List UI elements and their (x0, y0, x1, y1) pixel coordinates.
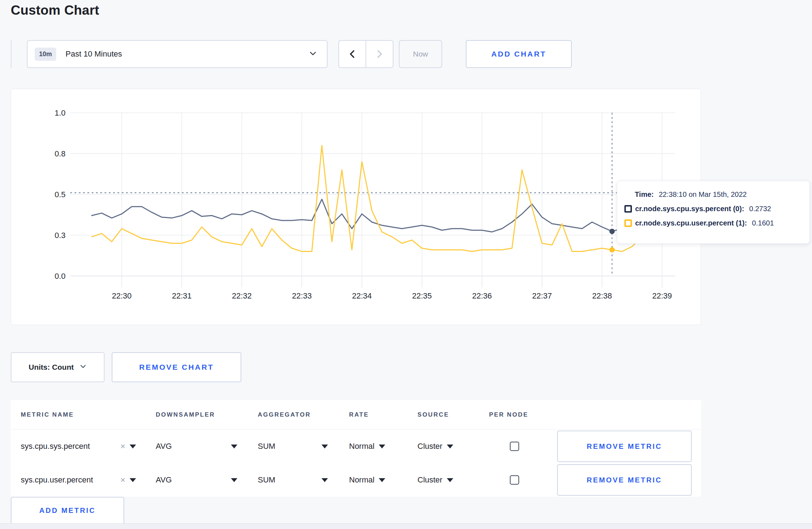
x-axis-tick-label: 22:38 (592, 291, 612, 300)
col-header-downsampler: DOWNSAMPLER (156, 411, 258, 418)
step-back-button[interactable] (339, 41, 366, 67)
tooltip-series-label: cr.node.sys.cpu.user.percent (1): (635, 219, 747, 227)
time-controls: 10m Past 10 Minutes Now ADD CHART (11, 40, 572, 68)
remove-metric-button[interactable]: REMOVE METRIC (557, 431, 692, 462)
x-axis-tick-label: 22:34 (352, 291, 372, 300)
table-row: sys.cpu.user.percent × AVG SUM Normal Cl… (11, 463, 701, 497)
col-header-aggregator: AGGREGATOR (258, 411, 349, 418)
rate-value: Normal (349, 442, 374, 451)
time-window-label: Past 10 Minutes (66, 49, 308, 59)
tooltip-series-value: 0.2732 (749, 205, 771, 213)
dropdown-caret-icon (447, 445, 453, 448)
units-label: Units: Count (29, 363, 74, 372)
rate-value: Normal (349, 475, 374, 485)
metric-name-value: sys.cpu.user.percent (21, 475, 93, 485)
tooltip-series-label: cr.node.sys.cpu.sys.percent (0): (635, 205, 744, 213)
controls-left-divider (11, 40, 11, 68)
y-axis-tick-label: 0.3 (54, 231, 66, 240)
tooltip-time-value: 22:38:10 on Mar 15th, 2022 (659, 190, 747, 199)
time-step-group (338, 40, 393, 68)
rate-select[interactable]: Normal (349, 442, 417, 451)
remove-metric-button[interactable]: REMOVE METRIC (557, 464, 692, 496)
series-line-0 (92, 199, 672, 232)
per-node-checkbox[interactable] (510, 442, 519, 451)
metric-name-select[interactable]: sys.cpu.user.percent × (21, 475, 136, 485)
dropdown-caret-icon (231, 478, 237, 482)
metrics-table: METRIC NAME DOWNSAMPLER AGGREGATOR RATE … (11, 400, 701, 497)
chart-footer-controls: Units: Count REMOVE CHART (11, 352, 241, 382)
chart-card: 1.00.80.50.30.022:3022:3122:3222:3322:34… (11, 89, 701, 325)
time-window-badge: 10m (35, 48, 56, 61)
aggregator-select[interactable]: SUM (258, 442, 328, 451)
y-axis-tick-label: 1.0 (54, 108, 66, 117)
metrics-table-header: METRIC NAME DOWNSAMPLER AGGREGATOR RATE … (11, 400, 701, 429)
source-value: Cluster (417, 475, 443, 485)
chevron-left-icon (347, 49, 357, 59)
y-axis-tick-label: 0.0 (54, 272, 66, 281)
x-axis-tick-label: 22:36 (472, 291, 492, 300)
x-axis-tick-label: 22:30 (112, 291, 131, 300)
bottom-strip (0, 523, 812, 529)
x-axis-tick-label: 22:33 (292, 291, 312, 300)
source-value: Cluster (417, 442, 443, 451)
aggregator-value: SUM (258, 442, 275, 451)
dropdown-caret-icon (130, 445, 136, 448)
hover-point-1 (609, 247, 615, 252)
downsampler-select[interactable]: AVG (156, 475, 237, 485)
y-axis-tick-label: 0.5 (54, 190, 66, 199)
downsampler-value: AVG (156, 475, 172, 485)
rate-select[interactable]: Normal (349, 475, 417, 485)
source-select[interactable]: Cluster (417, 475, 489, 485)
dropdown-caret-icon (379, 445, 385, 448)
dropdown-caret-icon (130, 478, 136, 482)
units-dropdown[interactable]: Units: Count (11, 352, 105, 382)
time-window-dropdown[interactable]: 10m Past 10 Minutes (27, 40, 328, 68)
now-button[interactable]: Now (399, 40, 442, 68)
aggregator-select[interactable]: SUM (258, 475, 328, 485)
chevron-down-icon (79, 363, 87, 372)
col-header-source: SOURCE (417, 411, 489, 418)
clear-metric-icon[interactable]: × (120, 441, 125, 451)
clear-metric-icon[interactable]: × (120, 475, 125, 485)
x-axis-tick-label: 22:35 (412, 291, 432, 300)
dropdown-caret-icon (322, 478, 328, 482)
x-axis-tick-label: 22:32 (232, 291, 252, 300)
x-axis-tick-label: 22:39 (652, 291, 672, 300)
series-swatch-user (624, 219, 632, 227)
dropdown-caret-icon (379, 478, 385, 482)
series-line-1 (92, 145, 672, 251)
col-header-metric-name: METRIC NAME (21, 411, 156, 418)
x-axis-tick-label: 22:31 (172, 291, 192, 300)
timeseries-chart[interactable]: 1.00.80.50.30.022:3022:3122:3222:3322:34… (11, 89, 701, 325)
hover-point-0 (609, 229, 615, 234)
y-axis-tick-label: 0.8 (54, 149, 66, 158)
page-title: Custom Chart (11, 3, 99, 18)
tooltip-time-label: Time: (635, 190, 654, 199)
tooltip-series-row: cr.node.sys.cpu.sys.percent (0): 0.2732 (624, 205, 802, 213)
step-forward-button[interactable] (366, 41, 393, 67)
add-chart-button[interactable]: ADD CHART (466, 40, 572, 68)
tooltip-series-value: 0.1601 (752, 219, 774, 227)
x-axis-tick-label: 22:37 (532, 291, 552, 300)
chevron-right-icon (374, 49, 385, 59)
series-swatch-sys (624, 205, 632, 213)
source-select[interactable]: Cluster (417, 442, 489, 451)
downsampler-value: AVG (156, 442, 172, 451)
chart-hover-tooltip: Time: 22:38:10 on Mar 15th, 2022 cr.node… (617, 181, 810, 244)
col-header-per-node: PER NODE (489, 411, 558, 418)
add-metric-button[interactable]: ADD METRIC (11, 497, 124, 524)
downsampler-select[interactable]: AVG (156, 442, 237, 451)
dropdown-caret-icon (447, 478, 453, 482)
chevron-down-icon (308, 49, 318, 59)
per-node-checkbox[interactable] (510, 475, 519, 485)
metric-name-value: sys.cpu.sys.percent (21, 442, 90, 451)
tooltip-series-row: cr.node.sys.cpu.user.percent (1): 0.1601 (624, 219, 802, 227)
remove-chart-button[interactable]: REMOVE CHART (112, 352, 241, 382)
aggregator-value: SUM (258, 475, 275, 485)
dropdown-caret-icon (231, 445, 237, 448)
tooltip-time-row: Time: 22:38:10 on Mar 15th, 2022 (624, 190, 802, 199)
table-row: sys.cpu.sys.percent × AVG SUM Normal Clu… (11, 429, 701, 463)
metric-name-select[interactable]: sys.cpu.sys.percent × (21, 441, 136, 451)
col-header-rate: RATE (349, 411, 417, 418)
dropdown-caret-icon (322, 445, 328, 448)
